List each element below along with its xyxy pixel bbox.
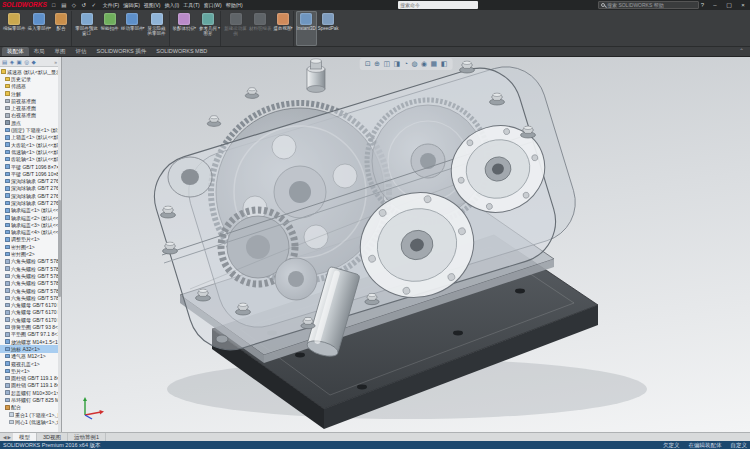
ribbon-button[interactable]: Instant3D (296, 11, 317, 46)
graphics-viewport[interactable]: ⊡⊕◫◨◔◍◉▦◧ (62, 57, 750, 432)
ribbon-button[interactable]: 配合 (51, 11, 72, 46)
commandmanager-tab[interactable]: 布局 (29, 47, 50, 56)
ribbon-button[interactable]: 材料明细表 (248, 11, 273, 46)
ribbon-button[interactable]: 参考几何图形 ▾ (196, 11, 221, 46)
tree-item[interactable]: 轴承端盖<3> (默认<<默认>_显示状态 1>) (0, 221, 61, 228)
commandmanager-tab[interactable]: 评估 (71, 47, 92, 56)
model-3d-gear-reducer[interactable] (62, 57, 750, 432)
tree-item[interactable]: 深沟球轴承 GB/T 276 6206<1> (0, 177, 61, 184)
tree-item[interactable]: 重合1 (下箱座<1>,上箱盖<1>) (0, 411, 61, 418)
tree-item[interactable]: 深沟球轴承 GB/T 276 6208<2> (0, 199, 61, 206)
tree-item[interactable]: 传感器 (0, 83, 61, 90)
ribbon-button[interactable]: 装配体特征 ▾ (172, 11, 197, 46)
menu-item[interactable]: 工具(T) (183, 0, 199, 10)
menu-item[interactable]: 插入(I) (165, 0, 180, 10)
property-manager-icon[interactable]: ◈ (10, 57, 14, 67)
new-file-icon[interactable]: □ (50, 0, 58, 10)
hide-show-items-icon[interactable]: ◍ (411, 59, 417, 69)
tree-item[interactable]: 六角头螺栓 GB/T 5782 M8×25<2> (0, 265, 61, 272)
tree-item[interactable]: 轴承端盖<1> (默认<<默认>_显示状态 1>) (0, 207, 61, 214)
tree-item[interactable]: 弹簧垫圈 GB/T 93 8<1> (0, 323, 61, 330)
open-file-icon[interactable]: ▤ (60, 0, 68, 10)
ribbon-button[interactable]: 显示隐藏的零部件 (145, 11, 170, 46)
tree-item[interactable]: 放油螺塞 M14×1.5<1> (0, 338, 61, 345)
tree-item[interactable]: 上箱盖<1> (默认<<默认>_显示状态 1>) (0, 134, 61, 141)
status-item[interactable]: 欠定义 (663, 441, 680, 449)
close-button[interactable]: × (736, 0, 750, 10)
undo-icon[interactable]: ↺ (80, 0, 88, 10)
model-input-shaft-boss[interactable] (168, 157, 212, 197)
tree-scrollbar-thumb[interactable] (58, 200, 61, 298)
apply-scene-icon[interactable]: ▦ (431, 59, 438, 69)
feature-tree-icon[interactable]: ▤ (2, 57, 7, 67)
menu-item[interactable]: 编辑(E) (123, 0, 140, 10)
dimxpert-manager-icon[interactable]: ◎ (24, 57, 29, 67)
tree-item[interactable]: 平垫圈 GB/T 97.1 8<1> (0, 331, 61, 338)
zoom-area-icon[interactable]: ⊕ (374, 59, 380, 69)
command-search-input[interactable]: 搜索命令 (398, 1, 478, 9)
rebuild-icon[interactable]: ✓ (90, 0, 98, 10)
tree-item[interactable]: 油标 A32<1> (0, 345, 61, 352)
ribbon-button[interactable]: 零部件预览窗口 (74, 11, 99, 46)
panel-chevron-icon[interactable]: » (54, 59, 57, 65)
tree-item[interactable]: 起盖螺钉 M10×30<1> (0, 389, 61, 396)
menu-item[interactable]: 文件(F) (103, 0, 119, 10)
model-tab[interactable]: 模型 (13, 433, 37, 441)
tree-item[interactable]: 上视基准面 (0, 104, 61, 111)
menu-item[interactable]: 窗口(W) (204, 0, 222, 10)
view-orientation-icon[interactable]: ◨ (394, 59, 401, 69)
tree-item[interactable]: 同心1 (低速轴<1>,大齿轮<1>) (0, 418, 61, 425)
tree-item[interactable]: 轴承端盖<2> (默认<<默认>_显示状态 1>) (0, 214, 61, 221)
tab-scroll-arrow-icon[interactable]: ◀ (3, 435, 6, 440)
configuration-manager-icon[interactable]: ▣ (16, 57, 21, 67)
tree-item[interactable]: 吊环螺钉 GB/T 825 M10<1> (0, 396, 61, 403)
tree-item[interactable]: 通气器 M12<1> (0, 353, 61, 360)
display-manager-icon[interactable]: ◆ (31, 57, 35, 67)
tree-item[interactable]: 六角螺母 GB/T 6170 M8<1> (0, 302, 61, 309)
help-search-input[interactable]: 搜索 SOLIDWORKS 帮助 (598, 1, 699, 9)
ribbon-button[interactable]: 新建运动算例 (223, 11, 248, 46)
tree-item[interactable]: 历史记录 (0, 75, 61, 82)
ribbon-collapse-icon[interactable]: ⌃ (739, 47, 748, 56)
save-icon[interactable]: ◇ (70, 0, 78, 10)
model-vent-plug[interactable] (307, 59, 325, 93)
tree-item[interactable]: 密封圈<1> (0, 243, 61, 250)
status-item[interactable]: 自定义 (731, 441, 748, 449)
tree-item[interactable]: 减速器 (默认<默认_显示状态-1>) (0, 68, 61, 75)
commandmanager-tab[interactable]: SOLIDWORKS MBD (151, 47, 212, 56)
help-icon[interactable]: ? (701, 0, 704, 10)
ribbon-button[interactable]: 爆炸视图 ▾ (273, 11, 294, 46)
maximize-button[interactable]: ▢ (722, 0, 736, 10)
commandmanager-tab[interactable]: 装配体 (2, 47, 29, 56)
tree-item[interactable]: 原点 (0, 119, 61, 126)
tree-item[interactable]: 右视基准面 (0, 112, 61, 119)
tree-item[interactable]: 配合 (0, 404, 61, 411)
ribbon-button[interactable]: SpeedPak (317, 11, 340, 46)
tree-scrollbar[interactable] (58, 57, 61, 432)
menu-item[interactable]: 视图(V) (144, 0, 161, 10)
view-settings-icon[interactable]: ◧ (441, 59, 448, 69)
tree-item[interactable]: 六角螺母 GB/T 6170 M8<2> (0, 309, 61, 316)
model-drain-plug[interactable] (216, 335, 228, 343)
tree-item[interactable]: 前视基准面 (0, 97, 61, 104)
tree-item[interactable]: 六角螺母 GB/T 6170 M8<3> (0, 316, 61, 323)
tree-item[interactable]: 齿轮轴<1> (默认<<默认>_显示状态 1>) (0, 156, 61, 163)
tree-item[interactable]: 低速轴<1> (默认<<默认>_显示状态 1>) (0, 148, 61, 155)
tree-item[interactable]: 六角头螺栓 GB/T 5782 M8×25<6> (0, 294, 61, 301)
ribbon-button[interactable]: 插入零部件 ▾ (27, 11, 52, 46)
ribbon-button[interactable]: 编辑零部件 (2, 11, 27, 46)
tree-item[interactable]: 六角头螺栓 GB/T 5782 M8×25<3> (0, 272, 61, 279)
edit-appearance-icon[interactable]: ◉ (421, 59, 427, 69)
status-item[interactable]: 在编辑装配体 (689, 441, 722, 449)
menu-item[interactable]: 帮助(H) (226, 0, 243, 10)
tree-item[interactable]: 垫片<1> (0, 367, 61, 374)
tree-item[interactable]: 密封圈<2> (0, 250, 61, 257)
tree-item[interactable]: 深沟球轴承 GB/T 276 6208<1> (0, 192, 61, 199)
commandmanager-tab[interactable]: 草图 (50, 47, 71, 56)
minimize-button[interactable]: – (708, 0, 722, 10)
tree-item[interactable]: 平键 GB/T 1096 10×8×56<1> (0, 170, 61, 177)
tab-scroll-arrow-icon[interactable]: ▶ (7, 435, 10, 440)
tree-item[interactable]: 调整垫片<1> (0, 236, 61, 243)
tree-item[interactable]: 圆柱销 GB/T 119.1 8×30<2> (0, 382, 61, 389)
tree-item[interactable]: 大齿轮<1> (默认<<默认>_显示状态 1>) (0, 141, 61, 148)
